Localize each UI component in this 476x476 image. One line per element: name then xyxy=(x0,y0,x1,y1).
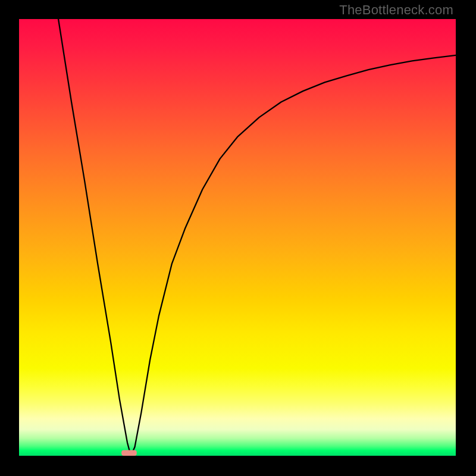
bottleneck-curve xyxy=(58,19,456,456)
chart-overlay xyxy=(19,19,456,456)
chart-container: TheBottleneck.com xyxy=(0,0,476,476)
plot-area xyxy=(19,19,456,456)
watermark-text: TheBottleneck.com xyxy=(339,2,453,18)
optimal-point-marker xyxy=(121,450,137,456)
